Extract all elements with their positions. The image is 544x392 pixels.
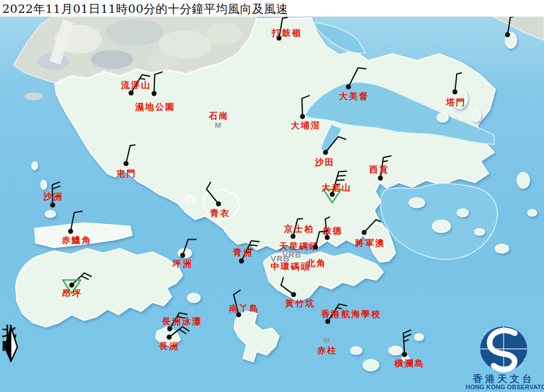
station-label: 南丫島 xyxy=(229,303,259,314)
station-label: 西貢 xyxy=(369,164,389,175)
station-label: 啟德 xyxy=(322,225,343,236)
station-label: 屯門 xyxy=(116,168,137,179)
station-dot xyxy=(167,335,172,340)
station-label: 青衣 xyxy=(210,208,230,218)
station-label: 黃竹坑 xyxy=(285,298,315,309)
station-tates-cairn[interactable]: 大老山 xyxy=(322,171,352,203)
wind-barb-icon xyxy=(183,239,196,255)
wind-barb-icon xyxy=(455,73,462,92)
station-dot xyxy=(180,253,185,258)
hko-logo: 香港天文台 HONG KONG OBSERVATORY xyxy=(466,324,542,391)
wind-barb-icon xyxy=(364,220,380,232)
station-tseung-kwan-o[interactable]: 將軍澳 xyxy=(355,220,385,248)
station-tuen-mun[interactable]: 屯門 xyxy=(116,145,137,179)
hko-logo-icon xyxy=(476,324,532,374)
station-label: 赤鱲角 xyxy=(61,235,92,245)
station-dot xyxy=(291,234,296,239)
station-label: 流浮山 xyxy=(120,80,151,90)
station-label: 長洲 xyxy=(159,340,179,351)
station-dot xyxy=(362,230,367,235)
station-dot xyxy=(216,202,221,207)
station-label: 香港航海學校 xyxy=(320,309,382,319)
station-ne-islet[interactable] xyxy=(505,16,515,38)
station-tai-po-kau[interactable]: 大埔滘 xyxy=(291,96,321,130)
station-label: 沙洲 xyxy=(43,191,63,202)
wind-map: 打鼓嶺流浮山濕地公園M石崗大美督塔門大埔滘沙田西貢大老山屯門沙洲赤鱲角青衣京士柏… xyxy=(0,0,544,392)
station-label: 將軍澳 xyxy=(355,237,385,248)
wind-barb-icon xyxy=(154,72,162,94)
station-kings-park[interactable]: 京士柏 xyxy=(283,218,314,239)
station-label: 昂坪 xyxy=(62,288,82,298)
station-label: 石崗 xyxy=(208,110,229,121)
wind-barb-icon xyxy=(348,68,366,87)
station-label: 大埔滘 xyxy=(291,120,321,130)
stations-layer: 打鼓嶺流浮山濕地公園M石崗大美督塔門大埔滘沙田西貢大老山屯門沙洲赤鱲角青衣京士柏… xyxy=(0,0,544,392)
station-ngong-ping[interactable]: 昂坪 xyxy=(62,273,91,298)
station-lau-fau-shan[interactable]: 流浮山 xyxy=(120,74,151,95)
station-dot xyxy=(453,90,458,95)
station-hk-sea-school[interactable]: 香港航海學校 xyxy=(320,304,382,324)
compass-arrow-icon xyxy=(1,325,20,363)
station-wong-chuk-hang[interactable]: 黃竹坑 xyxy=(281,278,315,309)
station-label: 沙田 xyxy=(315,157,335,167)
missing-data-label: M xyxy=(323,336,329,344)
map-title: 2022年11月01日11時00分的十分鐘平均風向及風速 xyxy=(0,0,544,17)
station-label: 打鼓嶺 xyxy=(271,27,302,38)
wind-barb-icon xyxy=(207,183,218,204)
wind-barb-icon xyxy=(403,330,411,354)
station-label: 京士柏 xyxy=(283,223,314,234)
station-dot xyxy=(346,85,351,90)
station-dot xyxy=(505,32,510,38)
hko-name-zh: 香港天文台 xyxy=(466,374,542,384)
station-sha-tin[interactable]: 沙田 xyxy=(315,137,346,167)
station-dot xyxy=(152,91,157,96)
station-label: 北角 xyxy=(306,258,327,268)
wind-barb-icon xyxy=(302,96,309,116)
station-waglan-island[interactable]: 橫瀾島 xyxy=(394,330,425,368)
missing-data-label: M xyxy=(215,121,221,129)
station-label: 橫瀾島 xyxy=(394,358,425,368)
wind-barb-icon xyxy=(126,145,135,164)
station-cheung-chau[interactable]: 長洲 xyxy=(159,327,189,351)
station-shek-kong[interactable]: M石崗 xyxy=(208,110,229,129)
station-ta-kwu-ling[interactable]: 打鼓嶺 xyxy=(271,17,302,40)
station-kai-tak[interactable]: 啟德 xyxy=(322,217,343,240)
station-lamma-island[interactable]: 南丫島 xyxy=(229,290,259,317)
station-chek-lap-kok[interactable]: 赤鱲角 xyxy=(61,211,92,245)
station-dot xyxy=(323,150,328,155)
station-label: 中環碼頭 xyxy=(271,261,311,272)
station-green-island[interactable]: 青洲 xyxy=(233,241,259,263)
station-sha-chau[interactable]: 沙洲 xyxy=(43,182,63,208)
station-dot xyxy=(50,203,55,208)
hko-name-en: HONG KONG OBSERVATORY xyxy=(466,384,542,391)
station-dot xyxy=(124,161,129,166)
station-label: 坪洲 xyxy=(172,258,193,269)
station-dot xyxy=(291,292,296,297)
station-dot xyxy=(239,259,244,264)
wind-barb-icon xyxy=(281,278,294,295)
station-label: 青洲 xyxy=(233,247,253,258)
station-label: 大老山 xyxy=(322,182,352,193)
wind-barb-icon xyxy=(326,137,346,152)
station-dot xyxy=(402,352,407,357)
station-peng-chau[interactable]: 坪洲 xyxy=(172,239,196,269)
station-stanley[interactable]: M赤柱 xyxy=(317,336,337,356)
wind-barb-icon xyxy=(508,16,515,35)
wind-barb-icon xyxy=(72,273,91,285)
station-label: 塔門 xyxy=(445,97,466,108)
station-tsing-yi[interactable]: 青衣 xyxy=(207,183,230,218)
station-dot xyxy=(168,326,173,332)
title-bar: 2022年11月01日11時00分的十分鐘平均風向及風速 xyxy=(0,0,544,17)
station-dot xyxy=(69,283,75,288)
station-sai-kung[interactable]: 西貢 xyxy=(369,156,391,180)
station-dot xyxy=(129,91,134,96)
station-label: 大美督 xyxy=(339,91,369,101)
station-dot xyxy=(68,229,73,234)
station-label: 長洲泳灘 xyxy=(161,316,202,326)
station-tap-mun[interactable]: 塔門 xyxy=(445,73,466,108)
station-dot xyxy=(326,319,331,324)
station-cheung-chau-beach[interactable]: 長洲泳灘 xyxy=(161,313,202,332)
station-dot xyxy=(313,245,318,250)
north-arrow: 北 N xyxy=(1,325,21,353)
station-tai-mei-tuk[interactable]: 大美督 xyxy=(339,68,369,101)
